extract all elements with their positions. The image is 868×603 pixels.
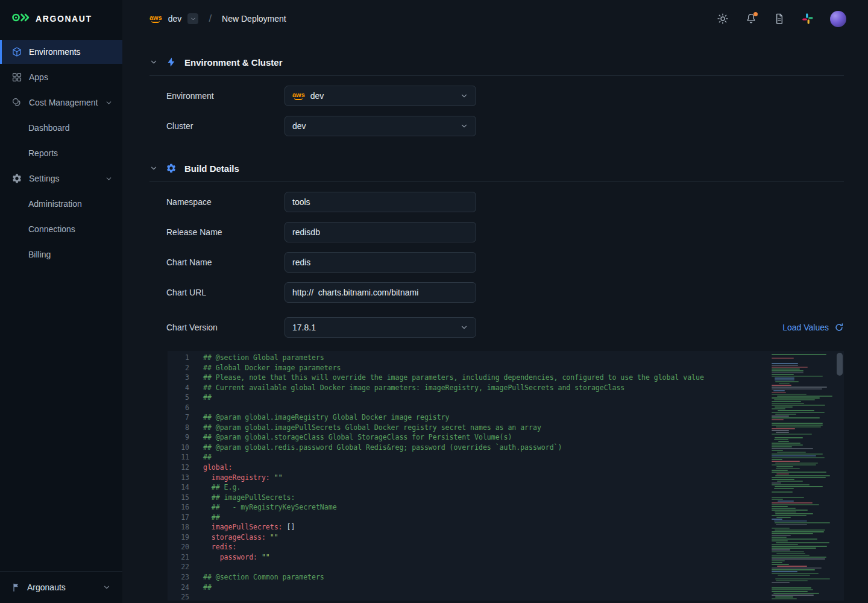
cluster-label: Cluster [166, 121, 285, 131]
environment-select[interactable]: aws dev [285, 86, 476, 106]
org-switcher[interactable]: Argonauts [0, 571, 122, 603]
sidebar-item-billing[interactable]: Billing [0, 242, 122, 267]
section-divider [149, 75, 844, 76]
sidebar-item-dashboard[interactable]: Dashboard [0, 116, 122, 140]
chart-url-label: Chart URL [166, 288, 285, 297]
code-line: 15 ## imagePullSecrets: [168, 493, 844, 503]
namespace-row: Namespace [149, 192, 844, 212]
release-name-row: Release Name [149, 222, 844, 242]
breadcrumb-environment[interactable]: dev [168, 14, 182, 24]
code-line: 9## @param global.storageClass Global St… [168, 432, 844, 443]
aws-icon: aws [292, 92, 305, 100]
code-line: 23## @section Common parameters [168, 572, 844, 582]
scrollbar-thumb[interactable] [837, 353, 843, 376]
collapse-chevron-icon[interactable] [149, 164, 158, 172]
chevron-down-icon [105, 99, 113, 107]
load-values-button[interactable]: Load Values [782, 323, 844, 332]
release-name-input[interactable] [285, 222, 476, 242]
code-line: 22 [168, 562, 844, 572]
chart-version-select[interactable]: 17.8.1 [285, 317, 476, 338]
namespace-label: Namespace [166, 197, 285, 207]
editor-code[interactable]: 1## @section Global parameters2## Global… [168, 351, 844, 601]
notifications-bell-icon[interactable] [745, 13, 757, 25]
code-line: 4## Current available global Docker imag… [168, 383, 844, 393]
sidebar-item-label: Dashboard [28, 123, 70, 133]
sidebar-item-label: Cost Management [29, 98, 98, 107]
code-line: 16 ## - myRegistryKeySecretName [168, 502, 844, 513]
brand[interactable]: ARGONAUT [0, 0, 122, 37]
sidebar-item-label: Reports [28, 148, 58, 158]
chart-url-row: Chart URL [149, 282, 844, 303]
sidebar-item-apps[interactable]: Apps [0, 65, 122, 89]
top-bar: aws dev / New Deployment [122, 0, 868, 37]
sidebar: ARGONAUT EnvironmentsAppsCost Management… [0, 0, 122, 603]
theme-toggle-icon[interactable] [717, 13, 729, 25]
code-line: 3## Please, note that this will override… [168, 373, 844, 383]
chart-name-row: Chart Name [149, 252, 844, 273]
breadcrumb-page-title: New Deployment [222, 14, 286, 24]
app-root: ARGONAUT EnvironmentsAppsCost Management… [0, 0, 868, 603]
sidebar-item-connections[interactable]: Connections [0, 217, 122, 241]
sidebar-item-label: Connections [28, 224, 75, 234]
main-area: aws dev / New Deployment Environment & C… [122, 0, 868, 603]
chart-name-input[interactable] [285, 252, 476, 273]
breadcrumb: aws dev / New Deployment [149, 13, 286, 25]
refresh-icon [834, 323, 844, 332]
breadcrumb-separator: / [209, 13, 212, 25]
chevron-down-icon [460, 92, 468, 100]
namespace-input[interactable] [285, 192, 476, 212]
code-line: 18 imagePullSecrets: [] [168, 522, 844, 532]
environment-label: Environment [166, 91, 285, 101]
cost-icon [11, 97, 22, 108]
sidebar-item-cost-management[interactable]: Cost Management [0, 90, 122, 115]
sidebar-item-label: Administration [28, 199, 82, 209]
chart-version-select-value: 17.8.1 [292, 323, 316, 332]
editor-minimap[interactable] [772, 354, 834, 601]
code-line: 19 storageClass: "" [168, 532, 844, 543]
new-deployment-form: Environment & Cluster Environment aws de… [122, 37, 868, 603]
chart-name-label: Chart Name [166, 257, 285, 267]
section-title: Environment & Cluster [184, 57, 283, 68]
brand-name: ARGONAUT [36, 14, 92, 24]
flag-icon [11, 582, 21, 592]
sidebar-item-settings[interactable]: Settings [0, 166, 122, 191]
yaml-values-editor[interactable]: 1## @section Global parameters2## Global… [168, 351, 844, 601]
argonaut-logo-icon [11, 11, 30, 26]
code-line: 2## Global Docker image parameters [168, 363, 844, 373]
cluster-select[interactable]: dev [285, 116, 476, 136]
user-avatar[interactable] [830, 11, 846, 27]
sidebar-nav: EnvironmentsAppsCost ManagementDashboard… [0, 37, 122, 268]
load-values-label: Load Values [782, 323, 829, 332]
slack-icon[interactable] [802, 13, 814, 25]
code-line: 12global: [168, 463, 844, 473]
sidebar-item-label: Apps [29, 72, 48, 82]
sidebar-item-label: Settings [29, 174, 60, 183]
code-line: 10## @param global.redis.password Global… [168, 443, 844, 453]
code-line: 7## @param global.imageRegistry Global D… [168, 412, 844, 423]
editor-scrollbar[interactable] [835, 351, 844, 601]
section-build-details: Build Details [149, 163, 844, 174]
environment-dropdown-button[interactable] [187, 13, 198, 24]
environment-select-value: dev [310, 91, 324, 101]
chart-url-input[interactable] [285, 282, 476, 303]
chart-version-label: Chart Version [166, 323, 285, 332]
section-environment-cluster: Environment & Cluster [149, 57, 844, 68]
docs-icon[interactable] [773, 13, 785, 25]
environment-row: Environment aws dev [149, 86, 844, 106]
code-line: 13 imageRegistry: "" [168, 473, 844, 483]
code-line: 5## [168, 393, 844, 403]
sidebar-item-label: Environments [29, 47, 81, 57]
code-line: 8## @param global.imagePullSecrets Globa… [168, 423, 844, 433]
sidebar-item-label: Billing [28, 250, 51, 259]
lightning-icon [166, 57, 177, 68]
code-line: 1## @section Global parameters [168, 353, 844, 363]
chevron-down-icon [460, 122, 468, 130]
sidebar-item-environments[interactable]: Environments [0, 40, 122, 64]
sidebar-item-administration[interactable]: Administration [0, 192, 122, 216]
chevron-down-icon [460, 323, 468, 332]
org-name: Argonauts [27, 582, 66, 592]
collapse-chevron-icon[interactable] [149, 58, 158, 66]
sidebar-item-reports[interactable]: Reports [0, 141, 122, 165]
notification-dot [753, 12, 758, 16]
cube-icon [11, 46, 22, 57]
